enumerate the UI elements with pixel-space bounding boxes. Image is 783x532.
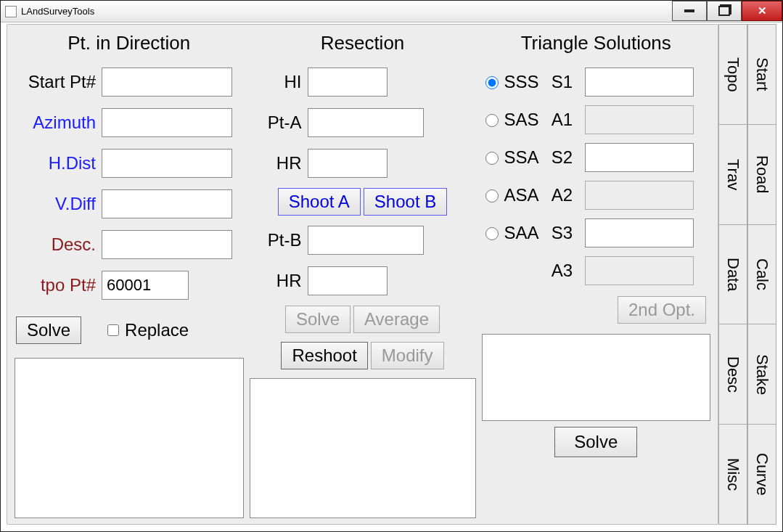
radio-sss[interactable] [485,76,499,89]
app-icon [5,6,17,17]
pt-direction-output[interactable] [15,358,244,518]
pta-label: Pt-A [250,112,308,133]
start-pt-input[interactable] [102,67,232,97]
replace-checkbox-label[interactable]: Replace [104,320,189,340]
start-pt-label: Start Pt# [15,72,102,92]
tri-input-a2[interactable] [585,181,694,210]
tab-stake[interactable]: Stake [747,324,776,425]
shoot-b-button[interactable]: Shoot B [364,188,447,216]
ptb-input[interactable] [308,226,424,255]
tab-desc[interactable]: Desc [718,324,747,425]
hr2-label: HR [250,271,308,291]
tab-misc[interactable]: Misc [718,424,747,525]
desc-input[interactable] [102,230,232,259]
radio-label-asa: ASA [504,185,539,205]
azimuth-input[interactable] [102,108,232,137]
tpo-pt-input[interactable] [102,271,189,300]
tri-field-label-s1: S1 [547,72,578,92]
radio-label-ssa: SSA [504,147,539,168]
maximize-button[interactable] [707,1,742,21]
triangle-solve-button[interactable]: Solve [554,427,637,457]
triangle-output[interactable] [482,334,711,421]
window-title: LAndSurveyTools [21,6,94,17]
hi-input[interactable] [308,67,388,97]
hr1-input[interactable] [308,149,388,178]
tab-topo[interactable]: Topo [718,24,747,125]
pt-solve-button[interactable]: Solve [16,316,81,344]
radio-label-saa: SAA [504,223,539,243]
radio-label-sas: SAS [504,110,539,130]
tri-field-label-s2: S2 [547,147,578,168]
average-button[interactable]: Average [353,306,440,333]
resection-output[interactable] [250,378,476,518]
hr2-input[interactable] [308,266,388,295]
vdiff-label: V.Diff [15,194,102,214]
tri-input-s1[interactable] [585,67,694,97]
main-panel: Pt. in Direction Start Pt# Azimuth H.Dis… [7,24,718,525]
radio-sas[interactable] [485,114,499,127]
tab-calc[interactable]: Calc [747,224,776,325]
pta-input[interactable] [308,108,424,137]
tpo-pt-label: tpo Pt# [15,275,102,295]
tab-trav[interactable]: Trav [718,124,747,225]
minimize-button[interactable] [672,1,707,21]
close-button[interactable] [742,1,782,21]
tri-field-label-s3: S3 [547,223,578,243]
tri-input-a1[interactable] [585,105,694,134]
tri-field-label-a3: A3 [547,261,578,281]
vdiff-input[interactable] [102,189,232,218]
radio-label-sss: SSS [504,72,539,92]
replace-checkbox[interactable] [107,324,119,336]
tab-data[interactable]: Data [718,224,747,325]
reshoot-button[interactable]: Reshoot [281,342,367,369]
triangle-heading: Triangle Solutions [482,29,711,62]
pt-direction-heading: Pt. in Direction [15,29,244,62]
titlebar: LAndSurveyTools [1,1,782,22]
hdist-label: H.Dist [15,153,102,173]
resection-heading: Resection [250,29,476,62]
tab-road[interactable]: Road [747,124,776,225]
resection-solve-button[interactable]: Solve [285,306,350,333]
tri-input-s2[interactable] [585,143,694,172]
desc-label: Desc. [15,234,102,255]
shoot-a-button[interactable]: Shoot A [278,188,361,216]
radio-ssa[interactable] [485,152,499,165]
hr1-label: HR [250,153,308,173]
tri-input-a3[interactable] [585,256,694,285]
tri-input-s3[interactable] [585,218,694,247]
azimuth-label: Azimuth [15,112,102,133]
hdist-input[interactable] [102,149,232,178]
tri-field-label-a2: A2 [547,185,578,205]
ptb-label: Pt-B [250,230,308,250]
tab-start[interactable]: Start [747,24,776,125]
second-opt-button[interactable]: 2nd Opt. [618,296,706,324]
radio-saa[interactable] [485,227,499,240]
tri-field-label-a1: A1 [547,110,578,130]
hi-label: HI [250,72,308,92]
modify-button[interactable]: Modify [371,342,444,369]
radio-asa[interactable] [485,189,499,202]
tab-curve[interactable]: Curve [747,424,776,525]
side-tabsets: TopoTravDataDescMisc StartRoadCalcStakeC… [718,24,776,525]
